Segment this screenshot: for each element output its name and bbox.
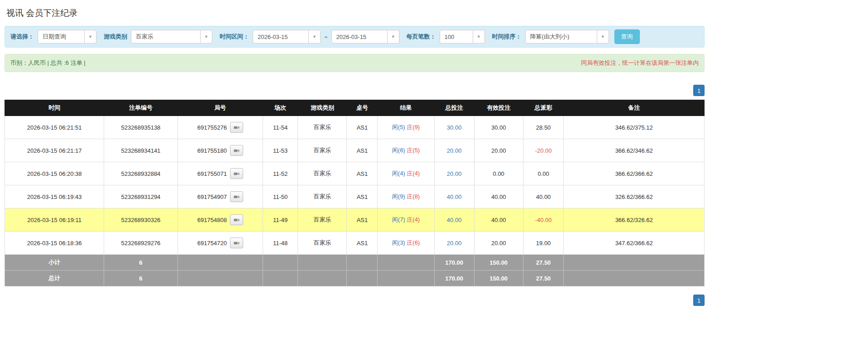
records-tbody: 2026-03-15 06:21:51523268935138691755276… <box>5 116 705 286</box>
column-header: 总投注 <box>434 100 474 116</box>
result-player: 闲(3) <box>392 239 405 246</box>
valid-bet-notice-text: 同局有效投注，统一计算在该局第一张注单内 <box>581 59 699 67</box>
chevron-down-icon[interactable]: ▼ <box>473 30 484 43</box>
footer-cell: 小计 <box>5 255 104 271</box>
cell-result: 闲(9) 庄(8) <box>378 185 434 208</box>
footer-cell: 6 <box>104 255 177 271</box>
cell-result: 闲(5) 庄(9) <box>378 116 434 139</box>
cell-result: 闲(3) 庄(6) <box>378 232 434 255</box>
footer-cell <box>177 255 263 271</box>
cell-bet-id: 523268932884 <box>104 162 177 185</box>
cell-valid-bet: 0.00 <box>474 162 523 185</box>
footer-cell <box>378 271 434 286</box>
cell-payout: 19.00 <box>523 232 564 255</box>
chevron-down-icon[interactable]: ▼ <box>387 30 399 43</box>
cell-round: 691754907 <box>177 185 263 208</box>
time-sort-select[interactable]: 降冪(由大到小) ▼ <box>525 30 609 44</box>
cell-table-no: AS1 <box>347 162 378 185</box>
total-row: 总计6170.00150.0027.50 <box>5 271 705 286</box>
table-row: 2026-03-15 06:19:11523268930326691754808… <box>5 208 705 232</box>
column-header: 注单编号 <box>104 100 177 116</box>
page-size-select[interactable]: 100 ▼ <box>440 30 485 44</box>
total-bet-link[interactable]: 20.00 <box>447 240 462 247</box>
date-to-value: 2026-03-15 <box>332 30 387 43</box>
cell-table-no: AS1 <box>347 116 378 139</box>
video-camera-icon[interactable] <box>230 168 243 179</box>
query-type-label: 请选择： <box>10 33 34 41</box>
page-size-label: 每页笔数： <box>407 33 436 41</box>
cell-total-bet: 20.00 <box>434 232 474 255</box>
cell-total-bet: 40.00 <box>434 185 474 208</box>
cell-payout: 0.00 <box>523 162 564 185</box>
cell-bet-id: 523268929276 <box>104 232 177 255</box>
footer-cell <box>564 255 705 271</box>
query-type-select[interactable]: 日期查询 ▼ <box>38 30 96 44</box>
footer-cell <box>263 255 298 271</box>
cell-valid-bet: 40.00 <box>474 208 523 232</box>
page-button-1[interactable]: 1 <box>693 85 705 96</box>
result-banker: 庄(8) <box>407 193 420 200</box>
cell-time: 2026-03-15 06:19:11 <box>5 208 104 232</box>
footer-cell: 6 <box>104 271 177 286</box>
page-button-1[interactable]: 1 <box>693 295 705 306</box>
round-number: 691754808 <box>197 217 227 223</box>
cell-valid-bet: 40.00 <box>474 185 523 208</box>
video-camera-icon[interactable] <box>230 214 243 225</box>
chevron-down-icon[interactable]: ▼ <box>200 30 212 43</box>
cell-valid-bet: 30.00 <box>474 116 523 139</box>
page: 视讯 会员下注纪录 请选择： 日期查询 ▼ 游戏类别 百家乐 ▼ 时间区间： 2… <box>0 0 868 363</box>
game-type-select[interactable]: 百家乐 ▼ <box>131 30 212 44</box>
column-header: 备注 <box>564 100 705 116</box>
query-type-value: 日期查询 <box>38 30 84 43</box>
total-bet-link[interactable]: 40.00 <box>447 194 462 200</box>
cell-game-type: 百家乐 <box>298 139 347 162</box>
pagination-bottom: 1 <box>5 295 705 306</box>
search-button[interactable]: 查询 <box>614 29 640 44</box>
cell-table-no: AS1 <box>347 232 378 255</box>
cell-game-type: 百家乐 <box>298 185 347 208</box>
video-camera-icon[interactable] <box>230 122 243 133</box>
footer-cell: 27.50 <box>523 271 564 286</box>
footer-cell <box>177 271 263 286</box>
currency-summary-text: 币别：人民币 | 总共 :6 注单 | <box>10 59 86 67</box>
cell-bet-id: 523268931294 <box>104 185 177 208</box>
cell-time: 2026-03-15 06:21:17 <box>5 139 104 162</box>
cell-game-type: 百家乐 <box>298 162 347 185</box>
round-number: 691755071 <box>197 170 227 177</box>
cell-session: 11-52 <box>263 162 298 185</box>
date-to-select[interactable]: 2026-03-15 ▼ <box>331 30 399 44</box>
video-camera-icon[interactable] <box>230 145 243 156</box>
table-row: 2026-03-15 06:19:43523268931294691754907… <box>5 185 705 208</box>
table-row: 2026-03-15 06:20:38523268932884691755071… <box>5 162 705 185</box>
video-camera-icon[interactable] <box>230 237 243 248</box>
cell-bet-id: 523268930326 <box>104 208 177 232</box>
cell-time: 2026-03-15 06:20:38 <box>5 162 104 185</box>
cell-payout: 28.50 <box>523 116 564 139</box>
date-from-select[interactable]: 2026-03-15 ▼ <box>253 30 321 44</box>
date-range-label: 时间区间： <box>220 33 249 41</box>
cell-game-type: 百家乐 <box>298 208 347 232</box>
cell-result: 闲(4) 庄(4) <box>378 162 434 185</box>
info-bar: 币别：人民币 | 总共 :6 注单 | 同局有效投注，统一计算在该局第一张注单内 <box>5 54 705 72</box>
cell-session: 11-54 <box>263 116 298 139</box>
total-bet-link[interactable]: 20.00 <box>447 170 462 177</box>
cell-note: 346.62/375.12 <box>564 116 705 139</box>
footer-cell <box>298 271 347 286</box>
chevron-down-icon[interactable]: ▼ <box>597 30 609 43</box>
records-table: 时间注单编号局号场次游戏类别桌号结果总投注有效投注总派彩备注 2026-03-1… <box>5 100 705 286</box>
chevron-down-icon[interactable]: ▼ <box>308 30 320 43</box>
cell-valid-bet: 20.00 <box>474 232 523 255</box>
cell-session: 11-53 <box>263 139 298 162</box>
total-bet-link[interactable]: 30.00 <box>447 124 462 131</box>
total-bet-link[interactable]: 40.00 <box>447 217 462 223</box>
cell-session: 11-48 <box>263 232 298 255</box>
video-camera-icon[interactable] <box>230 191 243 202</box>
chevron-down-icon[interactable]: ▼ <box>84 30 96 43</box>
footer-cell <box>347 255 378 271</box>
cell-time: 2026-03-15 06:19:43 <box>5 185 104 208</box>
total-bet-link[interactable]: 20.00 <box>447 147 462 154</box>
cell-round: 691755071 <box>177 162 263 185</box>
footer-cell: 170.00 <box>434 255 474 271</box>
cell-valid-bet: 20.00 <box>474 139 523 162</box>
cell-table-no: AS1 <box>347 208 378 232</box>
